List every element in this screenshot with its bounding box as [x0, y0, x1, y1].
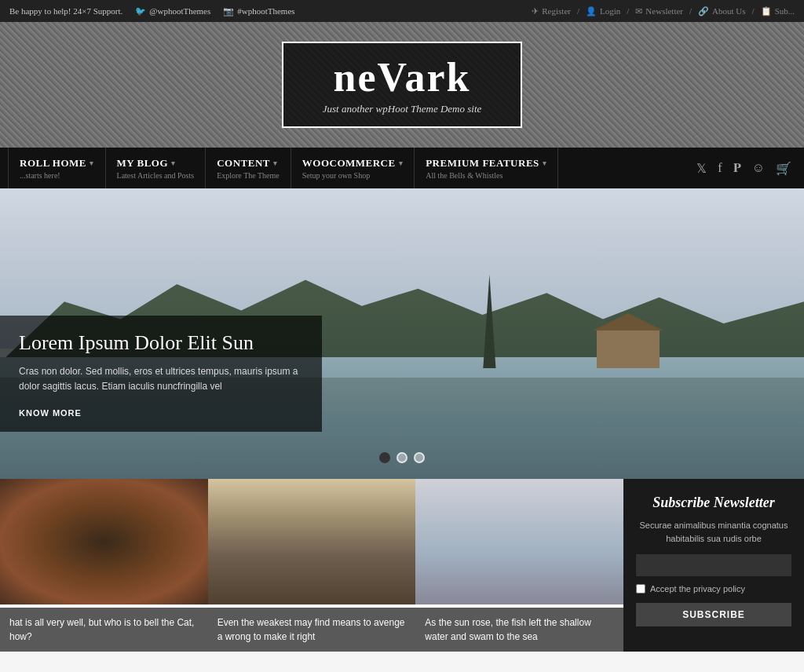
subscribe-link[interactable]: 📋 Sub...	[761, 6, 795, 16]
nav-roll-home-sub: ...starts here!	[20, 171, 94, 180]
logo-title: neVark	[323, 57, 482, 98]
hero-description: Cras non dolor. Sed mollis, eros et ultr…	[19, 364, 303, 394]
twitter-nav-icon[interactable]: 𝕏	[696, 161, 707, 176]
newsletter-title: Subscribe Newsletter	[652, 495, 775, 511]
chevron-down-icon: ▾	[273, 159, 278, 167]
logo-part2: V	[378, 55, 405, 100]
register-link[interactable]: ✈ Register	[532, 6, 571, 16]
hero-dots	[379, 452, 425, 463]
card-3-caption: As the sun rose, the fish left the shall…	[415, 608, 623, 652]
instagram-link[interactable]: 📷 #wphootThemes	[223, 6, 294, 16]
nav-woocommerce-label: WOOCOMMERCE	[302, 157, 396, 170]
newsletter-link[interactable]: ✉ Newsletter	[635, 6, 683, 16]
nav-roll-home-label: ROLL HOME	[20, 157, 86, 170]
twitter-icon: 🐦	[135, 6, 146, 16]
hero-title: Lorem Ipsum Dolor Elit Sun	[19, 331, 303, 355]
newsletter-icon: ✉	[635, 6, 642, 16]
logo-tagline: Just another wpHoot Theme Demo site	[323, 103, 482, 115]
hero-dot-1[interactable]	[379, 452, 390, 463]
nav-item-premium[interactable]: PREMIUM FEATURES ▾ All the Bells & Whist…	[415, 148, 558, 188]
newsletter-description: Securae animalibus minantia cognatus hab…	[636, 519, 791, 545]
chevron-down-icon: ▾	[399, 159, 404, 167]
logo-box: neVark Just another wpHoot Theme Demo si…	[282, 42, 523, 128]
instagram-icon: 📷	[223, 6, 234, 16]
nav-item-woocommerce[interactable]: WOOCOMMERCE ▾ Setup your own Shop	[291, 148, 415, 188]
cart-nav-icon[interactable]: 🛒	[776, 161, 791, 176]
card-2-image	[208, 479, 416, 604]
hero-dot-2[interactable]	[397, 452, 407, 463]
twitter-link[interactable]: 🐦 @wphootThemes	[135, 6, 210, 16]
card-2: Even the weakest may find means to aveng…	[208, 479, 416, 652]
subscribe-button[interactable]: SUBSCRIBE	[636, 603, 791, 626]
tripadvisor-nav-icon[interactable]: ☺	[752, 161, 765, 175]
hero-content: Lorem Ipsum Dolor Elit Sun Cras non dolo…	[0, 316, 322, 432]
hero-cta-button[interactable]: KNOW MORE	[19, 408, 82, 418]
nav-woocommerce-sub: Setup your own Shop	[302, 171, 403, 180]
card-1-caption: hat is all very well, but who is to bell…	[0, 608, 208, 652]
about-link[interactable]: 🔗 About Us	[698, 6, 745, 16]
facebook-nav-icon[interactable]: f	[718, 161, 722, 175]
nav-item-my-blog[interactable]: MY BLOG ▾ Latest Articles and Posts	[106, 148, 206, 188]
nav-item-roll-home[interactable]: ROLL HOME ▾ ...starts here!	[8, 148, 106, 188]
register-icon: ✈	[532, 6, 539, 16]
card-1-image	[0, 479, 208, 604]
nav-right: 𝕏 f 𝐏 ☺ 🛒	[696, 148, 796, 188]
top-bar-right: ✈ Register / 👤 Login / ✉ Newsletter / 🔗 …	[532, 6, 795, 16]
nav-premium-label: PREMIUM FEATURES	[426, 157, 539, 170]
hero-dot-3[interactable]	[414, 452, 425, 463]
pinterest-nav-icon[interactable]: 𝐏	[733, 161, 741, 175]
newsletter-box: Subscribe Newsletter Securae animalibus …	[623, 479, 804, 652]
header: neVark Just another wpHoot Theme Demo si…	[0, 22, 804, 148]
login-link[interactable]: 👤 Login	[586, 6, 620, 16]
hero-slider: Lorem Ipsum Dolor Elit Sun Cras non dolo…	[0, 188, 804, 479]
privacy-label: Accept the privacy policy	[650, 584, 745, 593]
support-text: Be happy to help! 24×7 Support.	[9, 6, 122, 16]
newsletter-privacy: Accept the privacy policy	[636, 584, 791, 593]
nav-item-content[interactable]: CONTENT ▾ Explore The Theme	[206, 148, 291, 188]
chevron-down-icon: ▾	[543, 159, 547, 167]
card-1: hat is all very well, but who is to bell…	[0, 479, 208, 652]
login-icon: 👤	[586, 6, 597, 16]
chevron-down-icon: ▾	[171, 159, 176, 167]
logo-part1: ne	[334, 55, 378, 100]
card-3: As the sun rose, the fish left the shall…	[415, 479, 623, 652]
nav-left: ROLL HOME ▾ ...starts here! MY BLOG ▾ La…	[8, 148, 558, 188]
hero-house	[597, 329, 660, 368]
chevron-down-icon: ▾	[90, 159, 94, 167]
cards-left: hat is all very well, but who is to bell…	[0, 479, 623, 652]
logo-part3: ark	[404, 55, 470, 100]
nav-content-label: CONTENT	[217, 157, 270, 170]
about-icon: 🔗	[698, 6, 709, 16]
navbar: ROLL HOME ▾ ...starts here! MY BLOG ▾ La…	[0, 148, 804, 188]
cards-section: hat is all very well, but who is to bell…	[0, 479, 804, 652]
nav-content-sub: Explore The Theme	[217, 171, 280, 180]
top-bar: Be happy to help! 24×7 Support. 🐦 @wphoo…	[0, 0, 804, 22]
card-3-image	[415, 479, 623, 604]
top-bar-left: Be happy to help! 24×7 Support. 🐦 @wphoo…	[9, 6, 295, 16]
privacy-checkbox[interactable]	[636, 584, 645, 593]
nav-my-blog-label: MY BLOG	[117, 157, 169, 170]
nav-premium-sub: All the Bells & Whistles	[426, 171, 546, 180]
card-2-caption: Even the weakest may find means to aveng…	[208, 608, 416, 652]
nav-my-blog-sub: Latest Articles and Posts	[117, 171, 195, 180]
subscribe-icon: 📋	[761, 6, 772, 16]
newsletter-email-input[interactable]	[636, 554, 791, 576]
